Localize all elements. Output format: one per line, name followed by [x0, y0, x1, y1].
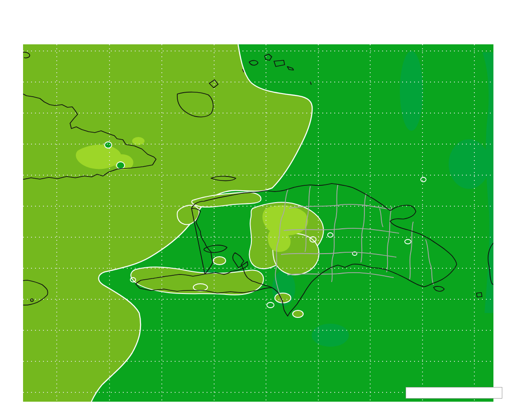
weather-map	[0, 0, 532, 411]
watermark-box	[406, 387, 502, 399]
